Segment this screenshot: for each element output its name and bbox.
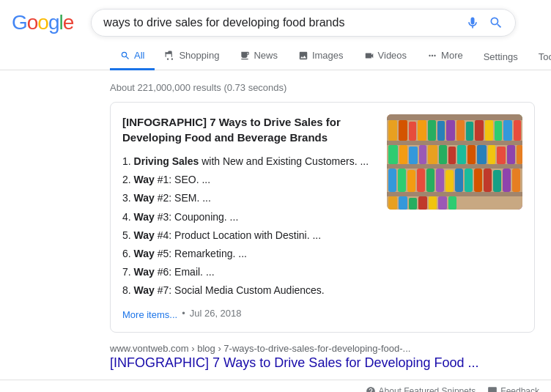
list-item: 4. Way #3: Couponing. ...	[122, 208, 378, 226]
svg-rect-28	[497, 147, 506, 164]
list-item: 5. Way #4: Product Location with Destini…	[122, 226, 378, 245]
search-icon[interactable]	[489, 15, 503, 30]
svg-rect-26	[477, 145, 487, 164]
svg-rect-21	[428, 145, 437, 164]
svg-rect-48	[399, 196, 407, 210]
svg-rect-23	[448, 147, 456, 164]
svg-rect-27	[488, 145, 495, 164]
header: Google ways to drive sales for developin…	[0, 0, 551, 37]
tab-all[interactable]: All	[110, 42, 155, 70]
svg-rect-14	[503, 120, 512, 141]
more-tab-icon	[427, 51, 437, 61]
svg-rect-20	[419, 145, 426, 164]
svg-rect-13	[495, 121, 502, 141]
svg-rect-44	[503, 169, 511, 192]
result-source: www.vontweb.com › blog › 7-ways-to-drive…	[110, 340, 550, 371]
help-icon	[366, 386, 376, 393]
list-item: 6. Way #5: Remarketing. ...	[122, 245, 378, 263]
svg-rect-46	[387, 192, 522, 196]
feedback-link[interactable]: Feedback	[487, 386, 539, 393]
svg-rect-18	[399, 145, 407, 164]
svg-rect-4	[409, 122, 416, 141]
mic-icon[interactable]	[465, 15, 480, 30]
svg-rect-29	[507, 145, 515, 164]
settings-tools: Settings Tools	[473, 44, 551, 69]
svg-rect-49	[409, 198, 417, 210]
source-url: www.vontweb.com › blog › 7-ways-to-drive…	[110, 340, 550, 354]
svg-rect-41	[474, 169, 482, 192]
svg-rect-30	[517, 145, 522, 164]
tools-link[interactable]: Tools	[528, 44, 551, 70]
svg-rect-11	[475, 120, 484, 141]
svg-rect-36	[426, 169, 434, 192]
svg-rect-37	[436, 169, 444, 192]
svg-rect-9	[456, 120, 465, 141]
svg-rect-40	[465, 169, 473, 192]
list-item: 3. Way #2: SEM. ...	[122, 189, 378, 207]
svg-rect-47	[388, 196, 397, 210]
tab-shopping[interactable]: Shopping	[155, 42, 229, 70]
snippet-text: [INFOGRAPHIC] 7 Ways to Drive Sales for …	[122, 114, 378, 300]
snippet-list: 1. Driving Sales with New and Existing C…	[122, 152, 378, 300]
snippet-image	[387, 114, 522, 210]
shopping-tab-icon	[165, 51, 175, 61]
list-item: 2. Way #1: SEO. ...	[122, 171, 378, 189]
svg-rect-24	[457, 145, 466, 164]
svg-rect-34	[407, 170, 415, 192]
svg-rect-32	[388, 169, 396, 192]
svg-rect-35	[417, 169, 425, 192]
svg-rect-2	[388, 120, 397, 141]
news-tab-icon	[240, 51, 250, 61]
svg-rect-45	[512, 169, 520, 192]
svg-rect-8	[446, 120, 455, 141]
svg-rect-52	[438, 196, 447, 210]
svg-rect-15	[514, 120, 521, 141]
svg-rect-16	[387, 141, 522, 145]
feedback-icon	[487, 386, 498, 393]
search-box[interactable]: ways to drive sales for developing food …	[91, 9, 516, 37]
svg-rect-33	[398, 169, 406, 192]
svg-rect-5	[418, 120, 426, 141]
settings-link[interactable]: Settings	[473, 44, 528, 70]
list-item: 7. Way #6: Email. ...	[122, 263, 378, 281]
bottom-bar: About Featured Snippets Feedback	[0, 380, 551, 393]
svg-rect-10	[466, 122, 473, 141]
svg-rect-7	[437, 121, 445, 141]
svg-rect-42	[484, 169, 492, 192]
svg-rect-39	[455, 169, 463, 192]
results-area: About 221,000,000 results (0.73 seconds)…	[0, 70, 550, 371]
images-tab-icon	[298, 51, 308, 61]
videos-tab-icon	[364, 51, 374, 61]
snippet-date: Jul 26, 2018	[190, 308, 242, 319]
svg-rect-31	[387, 164, 522, 169]
google-logo[interactable]: Google	[12, 11, 73, 34]
tab-videos[interactable]: Videos	[354, 42, 418, 70]
nav-tabs: All Shopping News Images Videos More	[0, 40, 551, 70]
tab-news[interactable]: News	[229, 42, 288, 70]
tab-more[interactable]: More	[417, 42, 473, 70]
more-items-row: More items... • Jul 26, 2018	[122, 306, 522, 320]
tab-images[interactable]: Images	[288, 42, 354, 70]
svg-rect-43	[493, 170, 501, 192]
svg-rect-53	[448, 196, 456, 210]
svg-rect-17	[388, 145, 398, 164]
svg-rect-38	[445, 170, 454, 192]
svg-rect-50	[418, 196, 427, 210]
svg-rect-12	[485, 120, 493, 141]
svg-rect-6	[428, 120, 436, 141]
svg-rect-19	[409, 147, 418, 164]
svg-rect-22	[439, 145, 447, 164]
svg-rect-3	[399, 120, 407, 141]
svg-rect-1	[387, 114, 522, 120]
all-tab-icon	[120, 51, 130, 61]
snippet-title: [INFOGRAPHIC] 7 Ways to Drive Sales for …	[122, 114, 378, 145]
featured-snippet: [INFOGRAPHIC] 7 Ways to Drive Sales for …	[110, 102, 535, 333]
results-count: About 221,000,000 results (0.73 seconds)	[110, 76, 550, 102]
svg-rect-25	[467, 145, 476, 164]
about-snippets[interactable]: About Featured Snippets	[366, 386, 476, 393]
search-input[interactable]: ways to drive sales for developing food …	[103, 16, 459, 29]
more-items-link[interactable]: More items...	[122, 309, 177, 320]
svg-rect-51	[429, 196, 437, 210]
result-link[interactable]: [INFOGRAPHIC] 7 Ways to Drive Sales for …	[110, 355, 550, 371]
list-item: 8. Way #7: Social Media Custom Audiences…	[122, 281, 378, 300]
